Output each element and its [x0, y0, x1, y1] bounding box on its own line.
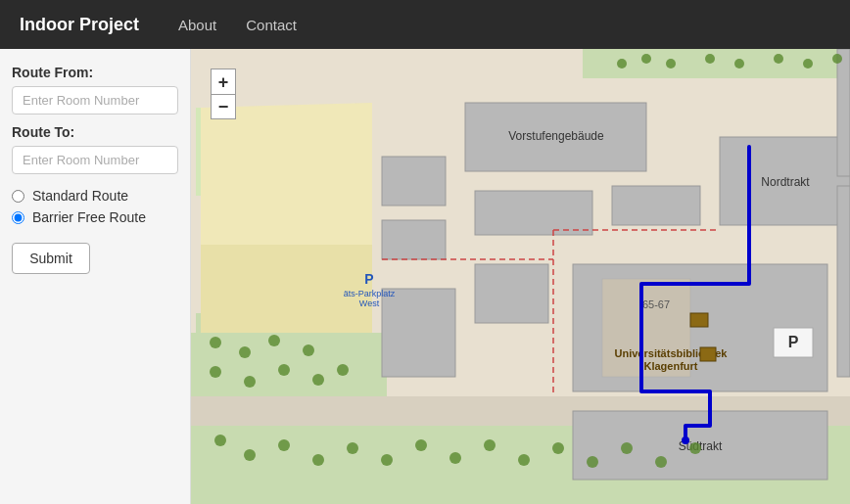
svg-point-67 — [244, 376, 256, 388]
main-layout: Route From: Route To: Standard Route Bar… — [0, 49, 850, 504]
svg-point-59 — [621, 442, 633, 454]
svg-point-56 — [518, 454, 530, 466]
route-from-label: Route From: — [12, 65, 178, 80]
zoom-in-button[interactable]: + — [211, 69, 236, 94]
svg-rect-18 — [382, 289, 455, 377]
svg-text:Nordtrakt: Nordtrakt — [761, 175, 810, 189]
svg-rect-19 — [475, 264, 548, 323]
svg-point-41 — [666, 59, 676, 69]
svg-point-69 — [312, 374, 324, 386]
nav-contact[interactable]: Contact — [246, 17, 297, 33]
svg-text:65-67: 65-67 — [642, 298, 670, 310]
header: Indoor Project About Contact — [0, 0, 850, 49]
svg-text:Klagenfurt: Klagenfurt — [644, 360, 698, 372]
standard-route-option[interactable]: Standard Route — [12, 188, 178, 204]
svg-point-61 — [689, 442, 701, 454]
svg-point-64 — [268, 335, 280, 346]
zoom-controls: + − — [211, 69, 236, 119]
nav-about[interactable]: About — [178, 17, 216, 33]
svg-point-39 — [617, 59, 627, 69]
svg-point-49 — [278, 439, 290, 451]
route-to-label: Route To: — [12, 124, 178, 140]
svg-text:P: P — [788, 334, 799, 350]
barrier-free-route-radio[interactable] — [12, 211, 24, 224]
nav: About Contact — [178, 17, 297, 33]
svg-text:P: P — [364, 271, 373, 287]
map-svg: Vorstufengebäude Nordtrakt 65-67 Univers… — [191, 49, 850, 504]
svg-text:Vorstufengebäude: Vorstufengebäude — [508, 129, 604, 143]
route-to-input[interactable] — [12, 146, 178, 174]
route-from-input[interactable] — [12, 86, 178, 115]
svg-rect-23 — [690, 313, 708, 327]
svg-rect-16 — [475, 191, 592, 235]
map-container: + − Vorstufengebäude — [191, 49, 850, 504]
svg-rect-28 — [837, 49, 850, 176]
svg-marker-8 — [201, 103, 372, 245]
svg-point-53 — [415, 439, 427, 451]
svg-point-40 — [641, 54, 651, 64]
svg-point-42 — [705, 54, 715, 64]
svg-point-58 — [587, 456, 598, 468]
submit-button[interactable]: Submit — [12, 243, 90, 274]
brand-title: Indoor Project — [20, 15, 139, 35]
svg-rect-17 — [612, 186, 700, 225]
svg-rect-14 — [382, 157, 446, 206]
svg-point-50 — [312, 454, 324, 466]
svg-point-54 — [449, 452, 461, 464]
svg-rect-15 — [382, 220, 446, 259]
route-to-group: Route To: — [12, 124, 178, 174]
svg-point-48 — [244, 449, 256, 461]
svg-point-60 — [655, 456, 667, 468]
barrier-free-route-option[interactable]: Barrier Free Route — [12, 209, 178, 225]
standard-route-radio[interactable] — [12, 190, 24, 203]
svg-point-68 — [278, 364, 290, 376]
route-from-group: Route From: — [12, 65, 178, 115]
zoom-out-button[interactable]: − — [211, 94, 236, 119]
svg-point-65 — [303, 344, 314, 356]
svg-rect-26 — [700, 347, 716, 361]
svg-rect-27 — [837, 186, 850, 377]
svg-point-55 — [484, 439, 496, 451]
svg-point-43 — [734, 59, 744, 69]
svg-point-51 — [347, 442, 358, 454]
svg-point-52 — [381, 454, 393, 466]
svg-point-71 — [682, 436, 689, 444]
barrier-free-route-label: Barrier Free Route — [32, 209, 146, 225]
svg-point-46 — [832, 54, 842, 64]
standard-route-label: Standard Route — [32, 188, 128, 204]
svg-text:äts-Parkplatz: äts-Parkplatz — [344, 289, 396, 298]
svg-point-70 — [337, 364, 349, 376]
svg-point-66 — [210, 366, 221, 378]
route-options: Standard Route Barrier Free Route — [12, 188, 178, 225]
svg-point-62 — [210, 337, 221, 348]
sidebar: Route From: Route To: Standard Route Bar… — [0, 49, 191, 504]
svg-point-45 — [803, 59, 813, 69]
svg-text:West: West — [359, 298, 380, 308]
svg-point-47 — [214, 435, 226, 446]
svg-point-44 — [774, 54, 783, 64]
svg-point-57 — [552, 442, 564, 454]
svg-point-63 — [239, 346, 251, 358]
